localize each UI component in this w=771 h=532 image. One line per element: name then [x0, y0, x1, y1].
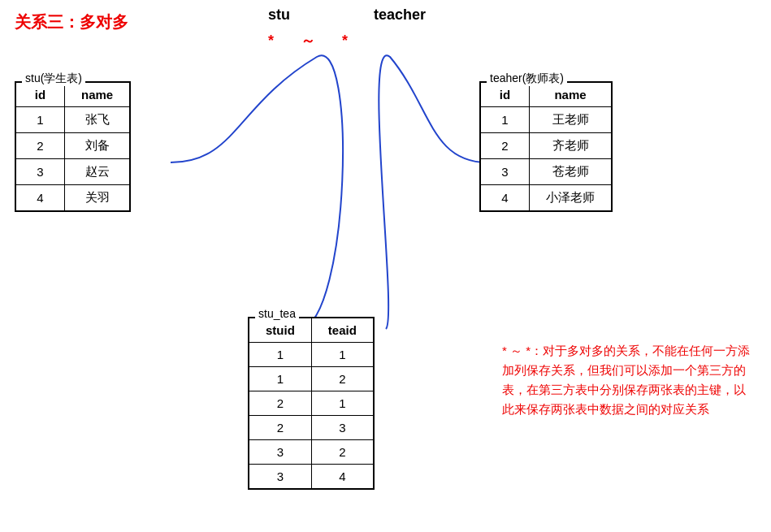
stu-tea-col-teaid: teaid: [311, 318, 373, 343]
table-row: 12: [249, 367, 374, 391]
table-row: 1王老师: [481, 107, 612, 133]
stu-tea-table-header-row: stuid teaid: [249, 318, 374, 343]
stu-tea-table-label: stu_tea: [255, 307, 299, 320]
stu-table-header-row: id name: [16, 83, 130, 107]
header-teacher-label: teacher: [374, 6, 426, 24]
teacher-table: teaher(教师表) id name 1王老师2齐老师3苍老师4小泽老师: [479, 81, 613, 212]
stu-col-name: name: [65, 83, 130, 107]
table-row: 3赵云: [16, 159, 130, 185]
stu-tea-col-stuid: stuid: [249, 318, 312, 343]
page-title: 关系三：多对多: [15, 11, 128, 33]
annotation-text: * ～ *：对于多对多的关系，不能在任何一方添加列保存关系，但我们可以添加一个第…: [502, 341, 754, 419]
table-row: 21: [249, 391, 374, 416]
table-row: 3苍老师: [481, 159, 612, 185]
table-row: 23: [249, 416, 374, 440]
table-row: 32: [249, 440, 374, 465]
teacher-col-name: name: [530, 83, 612, 107]
relationship-curves: [0, 0, 771, 532]
table-row: 11: [249, 343, 374, 367]
table-row: 4关羽: [16, 185, 130, 211]
stu-tea-table: stu_tea stuid teaid 111221233234: [248, 317, 375, 490]
teacher-table-header-row: id name: [481, 83, 612, 107]
stu-col-id: id: [16, 83, 65, 107]
table-row: 1张飞: [16, 107, 130, 133]
stu-table-label: stu(学生表): [22, 71, 85, 86]
table-row: 4小泽老师: [481, 185, 612, 211]
table-row: 2齐老师: [481, 133, 612, 159]
stu-table: stu(学生表) id name 1张飞2刘备3赵云4关羽: [15, 81, 131, 212]
header-stars: * ～ *: [268, 31, 359, 50]
table-row: 34: [249, 465, 374, 489]
table-row: 2刘备: [16, 133, 130, 159]
header-stu-label: stu: [268, 6, 290, 24]
teacher-table-label: teaher(教师表): [487, 71, 567, 86]
page-container: 关系三：多对多 stu teacher * ～ * stu(学生表) id na…: [0, 0, 771, 532]
teacher-col-id: id: [481, 83, 530, 107]
